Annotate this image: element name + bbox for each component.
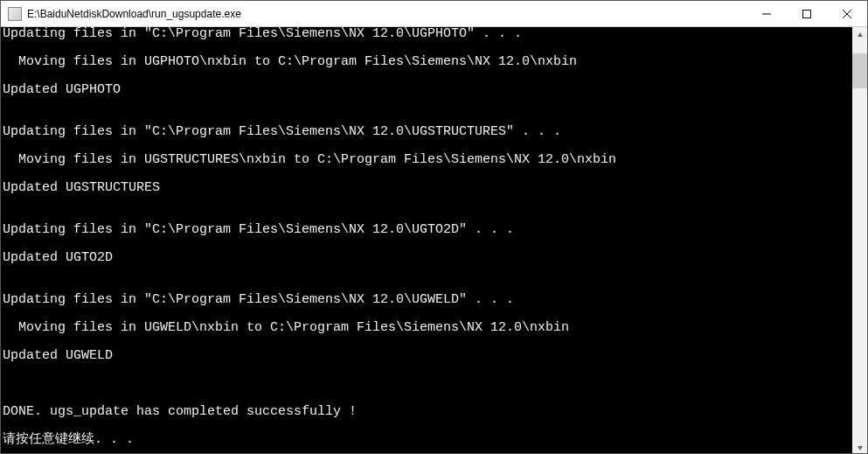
console-line: Moving files in UGPHOTO\nxbin to C:\Prog… [3,55,852,69]
console-line [3,363,852,377]
console-line: Updating files in "C:\Program Files\Siem… [3,27,852,41]
console-line: Updating files in "C:\Program Files\Siem… [3,293,852,307]
console-line: Updated UGSTRUCTURES [3,181,852,195]
console-line [3,69,852,83]
maximize-button[interactable] [787,1,827,27]
console-line [3,335,852,349]
console-line [3,209,852,223]
close-button[interactable] [827,1,867,27]
console-line: DONE. ugs_update has completed successfu… [3,405,852,419]
minimize-button[interactable] [746,1,787,27]
scroll-down-arrow-icon[interactable] [852,440,867,454]
vertical-scrollbar[interactable] [852,27,867,454]
console-line [3,307,852,321]
console-line [3,167,852,181]
console-line: Updating files in "C:\Program Files\Siem… [3,125,852,139]
scroll-up-arrow-icon[interactable] [852,27,867,42]
console-line [3,195,852,209]
console-line [3,391,852,405]
console-output[interactable]: Updating files in "C:\Program Files\Siem… [1,27,852,454]
console-line [3,97,852,111]
svg-marker-4 [858,32,863,37]
console-line [3,265,852,279]
console-line [3,111,852,125]
console-line: 请按任意键继续. . . [3,433,852,447]
scrollbar-thumb[interactable] [852,53,867,88]
console-line: Moving files in UGSTRUCTURES\nxbin to C:… [3,153,852,167]
app-icon [8,7,22,21]
console-line [3,237,852,251]
console-line: Updated UGTO2D [3,251,852,265]
titlebar[interactable]: E:\BaiduNetdiskDownload\run_ugsupdate.ex… [1,1,867,27]
console-line [3,279,852,293]
window-title: E:\BaiduNetdiskDownload\run_ugsupdate.ex… [27,8,746,20]
console-line [3,41,852,55]
console-line [3,377,852,391]
svg-rect-1 [803,10,811,17]
console-line: Moving files in UGWELD\nxbin to C:\Progr… [3,321,852,335]
console-line: Updating files in "C:\Program Files\Siem… [3,223,852,237]
console-line [3,419,852,433]
svg-marker-5 [858,446,863,451]
console-area: Updating files in "C:\Program Files\Siem… [1,27,867,454]
console-line: Updated UGPHOTO [3,83,852,97]
console-line [3,139,852,153]
console-line: Updated UGWELD [3,349,852,363]
